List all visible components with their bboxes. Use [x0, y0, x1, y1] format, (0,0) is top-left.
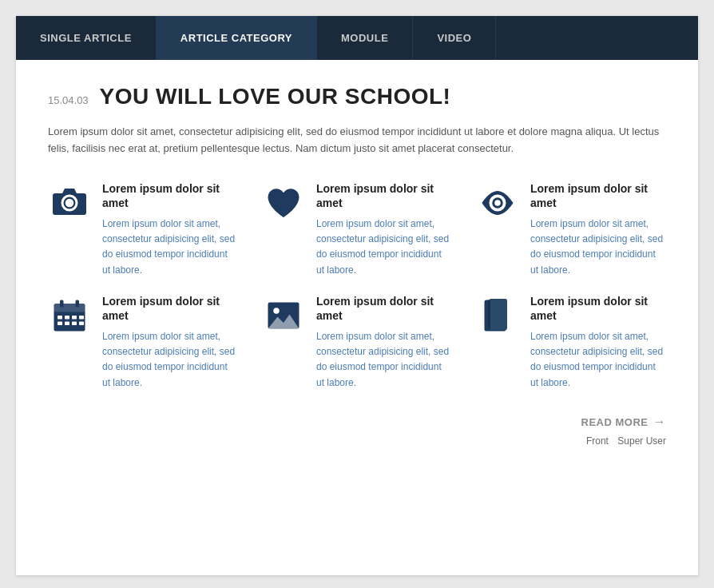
feature-desc-6: Lorem ipsum dolor sit amet, consectetur … — [530, 329, 666, 391]
camera-icon — [48, 181, 91, 224]
feature-text-6: Lorem ipsum dolor sit amet Lorem ipsum d… — [530, 294, 666, 391]
svg-rect-8 — [58, 321, 62, 325]
read-more-arrow-icon: → — [653, 415, 667, 429]
nav-item-single-article[interactable]: SINGLE ARTICLE — [16, 16, 157, 60]
svg-rect-16 — [490, 299, 508, 330]
feature-desc-1: Lorem ipsum dolor sit amet, consectetur … — [102, 217, 238, 278]
read-more-link[interactable]: READ MORE → — [581, 415, 666, 429]
nav-bar: SINGLE ARTICLE ARTICLE CATEGORY MODULE V… — [16, 16, 698, 60]
svg-rect-11 — [79, 321, 84, 325]
footer-meta: Front Super User — [48, 435, 666, 447]
feature-heading-5: Lorem ipsum dolor sit amet — [316, 294, 452, 323]
calendar-icon — [48, 294, 91, 337]
svg-rect-7 — [79, 316, 84, 320]
feature-heading-3: Lorem ipsum dolor sit amet — [530, 181, 666, 210]
article-intro: Lorem ipsum dolor sit amet, consectetur … — [48, 124, 666, 157]
feature-desc-2: Lorem ipsum dolor sit amet, consectetur … — [316, 217, 452, 278]
feature-desc-5: Lorem ipsum dolor sit amet, consectetur … — [316, 329, 452, 391]
feature-desc-4: Lorem ipsum dolor sit amet, consectetur … — [102, 329, 238, 391]
article-meta: 15.04.03 YOU WILL LOVE OUR SCHOOL! — [48, 84, 666, 109]
feature-heading-4: Lorem ipsum dolor sit amet — [102, 294, 238, 323]
page-wrapper: SINGLE ARTICLE ARTICLE CATEGORY MODULE V… — [16, 16, 698, 575]
heart-icon — [262, 181, 305, 224]
feature-text-5: Lorem ipsum dolor sit amet Lorem ipsum d… — [316, 294, 452, 391]
svg-rect-9 — [65, 321, 69, 325]
read-more-row: READ MORE → — [48, 415, 666, 430]
svg-point-13 — [273, 308, 280, 314]
feature-heading-2: Lorem ipsum dolor sit amet — [316, 181, 452, 210]
svg-rect-2 — [60, 300, 64, 307]
svg-rect-1 — [54, 304, 85, 312]
feature-item-2: Lorem ipsum dolor sit amet Lorem ipsum d… — [262, 181, 452, 278]
article-content: 15.04.03 YOU WILL LOVE OUR SCHOOL! Lorem… — [16, 60, 698, 479]
nav-item-module[interactable]: MODULE — [317, 16, 413, 60]
article-title: YOU WILL LOVE OUR SCHOOL! — [100, 84, 451, 109]
svg-rect-3 — [76, 300, 80, 307]
feature-text-4: Lorem ipsum dolor sit amet Lorem ipsum d… — [102, 294, 238, 391]
footer-user: Super User — [617, 435, 666, 447]
feature-item-4: Lorem ipsum dolor sit amet Lorem ipsum d… — [48, 294, 238, 391]
feature-text-2: Lorem ipsum dolor sit amet Lorem ipsum d… — [316, 181, 452, 278]
eye-icon — [476, 181, 519, 224]
svg-rect-17 — [488, 300, 490, 328]
feature-item-1: Lorem ipsum dolor sit amet Lorem ipsum d… — [48, 181, 238, 278]
book-icon — [476, 294, 519, 337]
svg-rect-5 — [65, 316, 69, 320]
footer-front: Front — [586, 435, 609, 447]
feature-item-5: Lorem ipsum dolor sit amet Lorem ipsum d… — [262, 294, 452, 391]
feature-heading-1: Lorem ipsum dolor sit amet — [102, 181, 238, 210]
feature-desc-3: Lorem ipsum dolor sit amet, consectetur … — [530, 217, 666, 278]
nav-item-video[interactable]: VIDEO — [413, 16, 496, 60]
feature-heading-6: Lorem ipsum dolor sit amet — [530, 294, 666, 323]
feature-grid: Lorem ipsum dolor sit amet Lorem ipsum d… — [48, 181, 666, 391]
feature-text-1: Lorem ipsum dolor sit amet Lorem ipsum d… — [102, 181, 238, 278]
image-icon — [262, 294, 305, 337]
feature-item-6: Lorem ipsum dolor sit amet Lorem ipsum d… — [476, 294, 666, 391]
article-date: 15.04.03 — [48, 94, 89, 106]
nav-item-article-category[interactable]: ARTICLE CATEGORY — [157, 16, 317, 60]
read-more-label: READ MORE — [581, 416, 649, 428]
svg-rect-4 — [58, 316, 62, 320]
svg-rect-10 — [72, 321, 77, 325]
feature-item-3: Lorem ipsum dolor sit amet Lorem ipsum d… — [476, 181, 666, 278]
svg-rect-6 — [72, 316, 77, 320]
feature-text-3: Lorem ipsum dolor sit amet Lorem ipsum d… — [530, 181, 666, 278]
